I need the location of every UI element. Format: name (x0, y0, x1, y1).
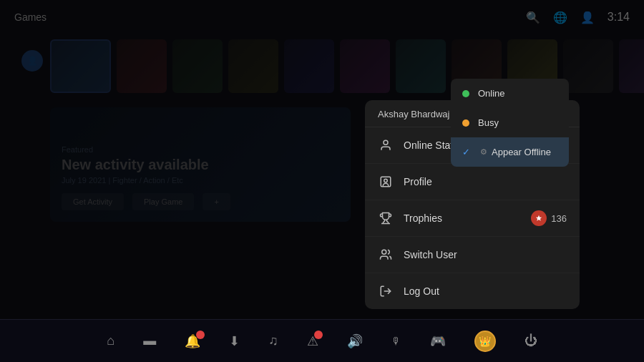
switch-user-icon (378, 247, 394, 263)
nav-music[interactable]: ♫ (268, 333, 278, 348)
status-item-appear-offline[interactable]: ✓ ⚙ Appear Offline (451, 137, 569, 167)
selected-checkmark: ✓ (462, 147, 470, 157)
busy-label: Busy (478, 117, 557, 128)
trophy-badge (531, 210, 547, 226)
trophy-count: 136 (551, 213, 567, 224)
menu-item-profile[interactable]: Profile (365, 164, 580, 200)
profile-menu-icon (378, 174, 394, 190)
nav-mic[interactable]: 🎙 (391, 336, 401, 347)
nav-sound[interactable]: 🔊 (347, 333, 363, 349)
busy-dot (462, 119, 469, 127)
nav-alerts[interactable]: ⚠ (307, 333, 318, 349)
status-item-online[interactable]: Online (451, 79, 569, 108)
svg-point-2 (384, 179, 388, 182)
appear-offline-label: Appear Offline (492, 147, 557, 157)
notification-badge (196, 331, 205, 339)
appear-offline-row: ⚙ Appear Offline (480, 147, 557, 157)
download-icon: ⬇ (229, 333, 240, 349)
status-submenu: Online Busy ✓ ⚙ Appear Offline (451, 79, 569, 167)
log-out-label: Log Out (404, 285, 567, 297)
menu-item-switch-user[interactable]: Switch User (365, 237, 580, 273)
online-status-icon (378, 137, 394, 153)
bottom-nav: ⌂ ▬ 🔔 ⬇ ♫ ⚠ 🔊 🎙 🎮 👑 ⏻ (0, 319, 644, 362)
menu-item-log-out[interactable]: Log Out (365, 273, 580, 309)
online-label: Online (478, 88, 557, 99)
alert-badge (314, 331, 323, 339)
nav-power[interactable]: ⏻ (525, 333, 537, 348)
trophies-right: 136 (531, 210, 567, 226)
menu-item-trophies[interactable]: Trophies 136 (365, 200, 580, 237)
nav-avatar[interactable]: 👑 (474, 331, 496, 352)
nav-home[interactable]: ⌂ (107, 333, 114, 348)
appear-offline-gear-icon: ⚙ (480, 147, 487, 157)
switch-user-label: Switch User (404, 249, 567, 260)
nav-media[interactable]: ▬ (143, 333, 156, 348)
profile-label: Profile (404, 176, 567, 187)
status-item-busy[interactable]: Busy (451, 108, 569, 137)
nav-download[interactable]: ⬇ (229, 333, 240, 349)
sound-icon: 🔊 (347, 333, 363, 349)
nav-notifications[interactable]: 🔔 (185, 333, 200, 349)
trophies-label: Trophies (404, 212, 521, 224)
trophies-icon (378, 210, 394, 226)
nav-controller[interactable]: 🎮 (430, 333, 446, 349)
media-icon: ▬ (143, 333, 156, 348)
power-icon: ⏻ (525, 333, 537, 348)
online-dot (462, 90, 469, 97)
svg-point-3 (382, 250, 386, 254)
music-icon: ♫ (268, 333, 278, 348)
username: Akshay Bhardwaj (378, 109, 449, 119)
svg-point-0 (384, 140, 388, 145)
home-icon: ⌂ (107, 333, 114, 348)
log-out-icon (378, 283, 394, 299)
controller-icon: 🎮 (430, 333, 446, 349)
user-avatar: 👑 (474, 331, 496, 352)
mic-icon: 🎙 (391, 336, 401, 347)
